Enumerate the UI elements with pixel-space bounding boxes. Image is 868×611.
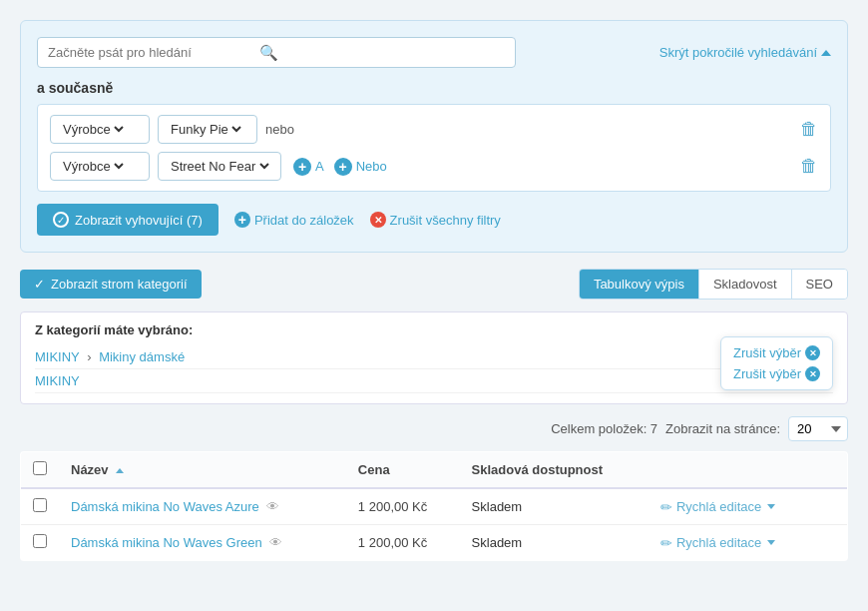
- category-path-1-sub: Mikiny dámské: [99, 349, 185, 364]
- row-1-checkbox[interactable]: [33, 498, 47, 512]
- cancel-x-icon-2: ✕: [805, 366, 820, 381]
- tab-skladovost-label: Skladovost: [713, 277, 777, 292]
- per-page-select[interactable]: 10 20 50 100: [788, 416, 848, 441]
- col-stock-header: Skladová dostupnost: [460, 452, 649, 489]
- col-price-header: Cena: [346, 452, 460, 489]
- clear-all-filters-button[interactable]: ✕ Zrušit všechny filtry: [370, 212, 501, 228]
- category-path-2-text: MIKINY: [35, 373, 80, 388]
- cancel-x-icon-1: ✕: [805, 345, 820, 360]
- cancel-popup: Zrušit výběr ✕ Zrušit výběr ✕: [720, 336, 833, 390]
- view-tabs: Tabulkový výpis Skladovost SEO: [579, 269, 848, 300]
- category-path-1[interactable]: MIKINY › Mikiny dámské: [35, 349, 185, 364]
- select-all-checkbox[interactable]: [33, 461, 47, 475]
- plus-a-icon: +: [293, 158, 311, 176]
- row-2-price: 1 200,00 Kč: [358, 535, 427, 550]
- filter-value-select-2[interactable]: Street No Fear: [158, 152, 281, 181]
- col-checkbox-header: [21, 452, 60, 489]
- advanced-toggle-label: Skrýt pokročilé vyhledávání: [659, 45, 817, 60]
- category-row-2: MIKINY: [35, 369, 833, 393]
- delete-row-button-1[interactable]: 🗑: [800, 119, 818, 140]
- category-path-2[interactable]: MIKINY: [35, 373, 80, 388]
- row-1-name-cell: Dámská mikina No Waves Azure 👁: [59, 488, 346, 525]
- tree-check-icon: ✓: [34, 277, 45, 292]
- show-tree-label: Zobrazit strom kategorií: [51, 277, 188, 292]
- show-matching-button[interactable]: ✓ Zobrazit vyhovující (7): [37, 204, 218, 236]
- show-matching-label: Zobrazit vyhovující (7): [75, 213, 203, 228]
- tab-skladovost[interactable]: Skladovost: [699, 270, 792, 299]
- row-2-checkbox[interactable]: [33, 534, 47, 548]
- tab-tabulkovy-vypis[interactable]: Tabulkový výpis: [580, 270, 699, 299]
- row-2-product-link[interactable]: Dámská mikina No Waves Green: [71, 535, 262, 550]
- filter-value-dropdown-2[interactable]: Street No Fear: [167, 158, 272, 175]
- col-price-label: Cena: [358, 462, 390, 477]
- row-1-chevron-down-icon: [767, 504, 775, 509]
- col-empty-2: [818, 452, 848, 489]
- row-2-quick-edit-label: Rychlá editace: [676, 535, 761, 550]
- row-2-pencil-icon: ✏: [660, 535, 672, 551]
- filter-field-dropdown-2[interactable]: Výrobce: [59, 158, 127, 175]
- search-input-wrap: 🔍: [37, 37, 516, 68]
- row-2-edit-cell: ✏ Rychlá editace: [649, 525, 818, 561]
- filter-field-select-2[interactable]: Výrobce: [50, 152, 150, 181]
- row-1-product-link[interactable]: Dámská mikina No Waves Azure: [71, 499, 259, 514]
- add-nebo-label: Nebo: [356, 159, 387, 174]
- add-a-button[interactable]: + A: [293, 158, 324, 176]
- row-1-eye-icon[interactable]: 👁: [266, 499, 279, 514]
- category-section-label: Z kategorií máte vybráno:: [35, 322, 833, 337]
- products-table: Název Cena Skladová dostupnost Dámská mi…: [20, 451, 848, 561]
- cancel-selection-button-2[interactable]: Zrušit výběr ✕: [733, 366, 820, 381]
- row-1-pencil-icon: ✏: [660, 499, 672, 515]
- total-items-label: Celkem položek: 7: [551, 421, 657, 436]
- row-1-extra: [818, 488, 848, 525]
- sort-arrow-icon: [116, 468, 124, 473]
- category-section: Z kategorií máte vybráno: MIKINY › Mikin…: [20, 311, 848, 404]
- cancel-label-1: Zrušit výběr: [733, 345, 801, 360]
- category-path-1-text: MIKINY: [35, 349, 80, 364]
- col-stock-label: Skladová dostupnost: [472, 462, 603, 477]
- nebo-label-1: nebo: [265, 122, 295, 137]
- row-1-quick-edit-label: Rychlá editace: [676, 499, 761, 514]
- add-to-bookmarks-button[interactable]: + Přidat do záložek: [234, 212, 354, 228]
- search-panel: 🔍 Skrýt pokročilé vyhledávání a současně…: [20, 20, 848, 253]
- row-2-extra: [818, 525, 848, 561]
- filter-field-dropdown-1[interactable]: Výrobce: [59, 121, 127, 138]
- plus-bookmark-icon: +: [234, 212, 250, 228]
- pagination-row: Celkem položek: 7 Zobrazit na stránce: 1…: [20, 416, 848, 441]
- table-row: Dámská mikina No Waves Azure 👁 1 200,00 …: [21, 488, 848, 525]
- cancel-label-2: Zrušit výběr: [733, 366, 801, 381]
- filter-value-dropdown-1[interactable]: Funky Pie: [167, 121, 244, 138]
- row-1-stock-cell: Skladem: [460, 488, 649, 525]
- row-1-checkbox-cell: [21, 488, 60, 525]
- tab-seo[interactable]: SEO: [792, 270, 847, 299]
- toolbar-row: ✓ Zobrazit strom kategorií Tabulkový výp…: [20, 269, 848, 300]
- tab-tabulkovy-label: Tabulkový výpis: [594, 277, 684, 292]
- col-name-header[interactable]: Název: [59, 452, 346, 489]
- show-tree-button[interactable]: ✓ Zobrazit strom kategorií: [20, 270, 202, 299]
- row-1-quick-edit[interactable]: ✏ Rychlá editace: [660, 499, 806, 515]
- search-icon-button[interactable]: 🔍: [29, 44, 508, 62]
- filter-value-select-1[interactable]: Funky Pie: [158, 115, 257, 144]
- row-1-price-cell: 1 200,00 Kč: [346, 488, 460, 525]
- filter-row-1: Výrobce Funky Pie nebo 🗑: [50, 115, 818, 144]
- row-1-stock-badge: Skladem: [472, 499, 523, 514]
- filter-row-2: Výrobce Street No Fear + A + Nebo 🗑: [50, 152, 818, 181]
- filter-field-select-1[interactable]: Výrobce: [50, 115, 150, 144]
- row-2-price-cell: 1 200,00 Kč: [346, 525, 460, 561]
- row-2-quick-edit[interactable]: ✏ Rychlá editace: [660, 535, 806, 551]
- advanced-toggle-button[interactable]: Skrýt pokročilé vyhledávání: [659, 45, 831, 60]
- row-2-eye-icon[interactable]: 👁: [269, 535, 282, 550]
- separator-icon-1: ›: [87, 349, 95, 364]
- row-1-price: 1 200,00 Kč: [358, 499, 427, 514]
- row-2-stock-cell: Skladem: [460, 525, 649, 561]
- table-header-row: Název Cena Skladová dostupnost: [21, 452, 848, 489]
- cancel-selection-button-1[interactable]: Zrušit výběr ✕: [733, 345, 820, 360]
- check-circle-icon: ✓: [53, 212, 69, 228]
- add-nebo-button[interactable]: + Nebo: [334, 158, 387, 176]
- add-buttons: + A + Nebo: [293, 158, 387, 176]
- filter-rows-container: Výrobce Funky Pie nebo 🗑 Výrobce Street …: [37, 104, 831, 192]
- delete-row-button-2[interactable]: 🗑: [800, 156, 818, 177]
- search-top: 🔍 Skrýt pokročilé vyhledávání: [37, 37, 831, 68]
- plus-nebo-icon: +: [334, 158, 352, 176]
- table-row: Dámská mikina No Waves Green 👁 1 200,00 …: [21, 525, 848, 561]
- show-per-page-label: Zobrazit na stránce:: [665, 421, 780, 436]
